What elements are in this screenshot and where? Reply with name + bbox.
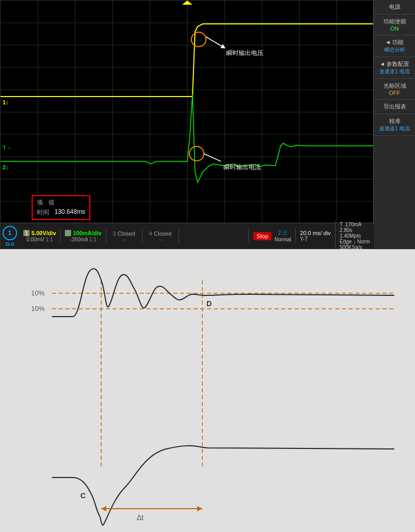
panel-func-label: ◄ 功能: [376, 38, 413, 46]
panel-cursor-value: OFF: [376, 90, 413, 96]
svg-line-23: [206, 37, 224, 47]
panel-cursor-label: 光标区域: [376, 82, 413, 90]
panel-export-label: 导出报表: [376, 103, 413, 111]
ch1-offset: 0.00mV 1:1: [26, 237, 53, 242]
ch2-div: 100mA/div: [73, 230, 102, 236]
diagram-section: 10% 10% D C Δt: [0, 249, 415, 532]
ch4-num: 4: [149, 231, 153, 237]
right-panel: 电源 功能使能 ON ◄ 功能 瞬态分析 ◄ 参数配置 道通道1 电流 光标区域…: [374, 0, 415, 249]
panel-func-enable-value: ON: [376, 25, 413, 32]
diagram-svg: 10% 10% D C Δt: [0, 249, 415, 532]
ch3-status: Closed: [118, 230, 135, 237]
sample-label: 1.40Mpts: [340, 233, 370, 239]
measurement-box: 项 值 时间 130.648ms: [32, 195, 90, 220]
point-c-label: C: [80, 492, 86, 500]
panel-param-label: ◄ 参数配置: [376, 60, 413, 68]
time-div-text: 20.0 ms/ div: [300, 230, 330, 236]
scope-bottom-bar: 1 ZLG 1 5.00V/div 0.00mV 1:1 2 100: [1, 223, 374, 249]
percent-10-bottom: 10%: [31, 305, 45, 312]
ch4-status: Closed: [154, 230, 172, 237]
trigger-val: 170mA: [345, 222, 362, 227]
svg-text:T→: T→: [3, 145, 12, 151]
delta-t-label: Δt: [136, 513, 143, 522]
ch2-ratio: 1:1: [89, 237, 96, 242]
panel-function[interactable]: ◄ 功能 瞬态分析: [374, 35, 415, 57]
trigger-label: T 170mA: [340, 222, 370, 227]
y-t-label: Y-T: [300, 236, 330, 242]
ch1-div: 5.00V/div: [31, 230, 56, 236]
svg-marker-18: [182, 1, 192, 5]
percent-10-top: 10%: [31, 289, 45, 297]
panel-calibrate-label: 校准: [376, 117, 413, 125]
panel-function-enable[interactable]: 功能使能 ON: [374, 15, 415, 35]
time-div-section: 20.0 ms/ div Y-T: [295, 229, 335, 243]
svg-text:2↕: 2↕: [3, 164, 9, 170]
ch1-label: 1 5.00V/div: [23, 229, 56, 237]
stop-section: Stop 2 三 Normal: [248, 228, 295, 243]
ch4-closed-button[interactable]: 4 Closed --: [143, 229, 179, 243]
ch2-offset: -350mA 1:1: [70, 237, 96, 242]
ch2-num: 2: [65, 230, 71, 236]
panel-cursor-area[interactable]: 光标区域 OFF: [374, 79, 415, 100]
ch2-offset-val: -350mA: [70, 237, 88, 242]
logo-text: ZLG: [5, 241, 15, 247]
ch3-closed-button[interactable]: 3 Closed --: [106, 229, 143, 243]
time-div-value: 20.0 ms/ div: [300, 230, 330, 236]
point-d-label: D: [206, 299, 212, 308]
ch3-num: 3: [113, 231, 116, 237]
ch2-label: 2 100mA/div: [65, 229, 102, 237]
mode-info: 2 三 Normal: [274, 229, 291, 242]
panel-param-config[interactable]: ◄ 参数配置 道通道1 电流: [374, 57, 415, 79]
panel-calibrate-value: 道通道1 电流: [376, 125, 413, 132]
sample-rate: 1.40Mpts: [340, 233, 361, 239]
svg-text:瞬时输出电压: 瞬时输出电压: [226, 49, 264, 57]
panel-param-value: 道通道1 电流: [376, 68, 413, 75]
svg-line-26: [204, 154, 221, 161]
panel-export[interactable]: 导出报表: [374, 100, 415, 114]
scope-logo: 1 ZLG: [1, 226, 19, 247]
panel-func-enable-label: 功能使能: [376, 18, 413, 25]
ch1-ratio: 1:1: [46, 237, 53, 242]
ch1-offset-val: 0.00mV: [26, 237, 44, 242]
panel-power[interactable]: 电源: [374, 0, 415, 15]
svg-text:1↕: 1↕: [3, 99, 9, 105]
time2-label: 2.80s: [340, 227, 370, 233]
svg-point-22: [191, 32, 206, 47]
ch2-mode-indicator: 2 三: [278, 229, 287, 237]
time2-val: 2.80s: [340, 227, 352, 233]
edge-label: Edge ↓ Norm: [340, 239, 370, 244]
logo-circle: 1: [3, 226, 17, 240]
svg-text:瞬时输出电流: 瞬时输出电流: [224, 163, 261, 171]
meas-header-col2: 值: [48, 198, 54, 207]
svg-rect-28: [0, 249, 415, 532]
panel-power-label: 电源: [376, 3, 413, 11]
logo-number: 1: [8, 229, 12, 237]
panel-func-value: 瞬态分析: [376, 46, 413, 53]
meas-row1-value: 130.648ms: [54, 208, 85, 217]
edge-text: Edge: [340, 239, 352, 244]
ch1-num: 1: [23, 230, 30, 236]
norm-text: Norm: [357, 239, 370, 244]
ch1-button[interactable]: 1 5.00V/div 0.00mV 1:1: [19, 228, 61, 243]
ch3-dash: --: [113, 237, 136, 242]
meas-header-col1: 项: [37, 198, 43, 207]
trigger-section: T 170mA 2.80s 1.40Mpts Edge ↓ Norm 500KS…: [335, 221, 374, 251]
svg-point-25: [189, 146, 204, 161]
ch2-button[interactable]: 2 100mA/div -350mA 1:1: [61, 228, 106, 243]
normal-mode: Normal: [274, 237, 291, 242]
oscilloscope-display: T→ 1↕ 2↕ 瞬时输出电压 瞬时输出电流: [0, 0, 415, 249]
trigger-t: T: [340, 222, 343, 227]
meas-row1-label: 时间: [37, 208, 49, 217]
panel-calibrate[interactable]: 校准 道通道1 电流: [374, 114, 415, 136]
stop-button[interactable]: Stop: [253, 232, 271, 240]
ch4-dash: --: [149, 237, 172, 242]
scope-screen: T→ 1↕ 2↕ 瞬时输出电压 瞬时输出电流: [0, 0, 374, 249]
